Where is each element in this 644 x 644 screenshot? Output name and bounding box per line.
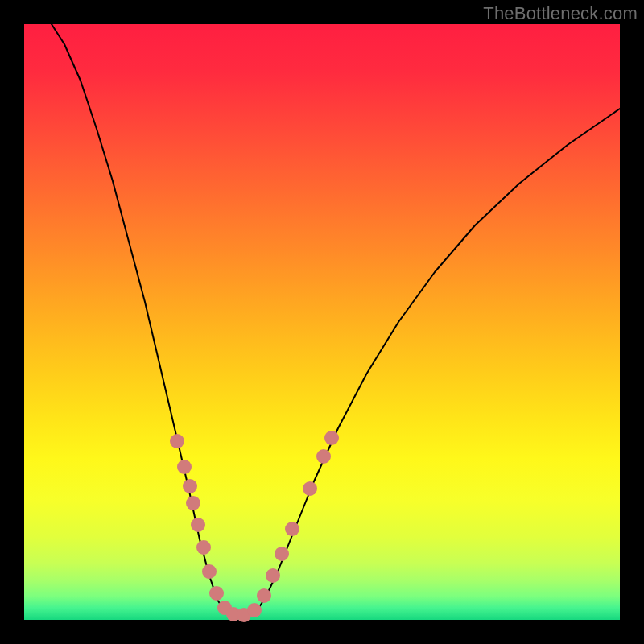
- svg-point-12: [247, 603, 262, 617]
- chart-frame: [24, 24, 620, 620]
- curve-svg: [24, 24, 620, 620]
- svg-point-19: [324, 431, 339, 445]
- svg-point-17: [303, 481, 317, 496]
- svg-point-7: [202, 564, 217, 579]
- svg-point-16: [285, 522, 299, 536]
- svg-point-3: [183, 479, 197, 493]
- svg-point-2: [177, 460, 192, 474]
- chart-stage: TheBottleneck.com: [0, 0, 644, 644]
- svg-point-8: [209, 586, 224, 601]
- highlight-dots: [170, 431, 339, 622]
- svg-point-18: [316, 449, 331, 464]
- svg-point-6: [196, 540, 211, 555]
- svg-point-13: [257, 588, 271, 603]
- svg-point-15: [275, 547, 289, 561]
- svg-point-1: [170, 434, 184, 448]
- svg-point-5: [191, 518, 205, 532]
- bottleneck-curve: [52, 24, 620, 617]
- svg-point-4: [186, 496, 200, 510]
- watermark-text: TheBottleneck.com: [483, 3, 638, 24]
- svg-point-14: [266, 568, 280, 583]
